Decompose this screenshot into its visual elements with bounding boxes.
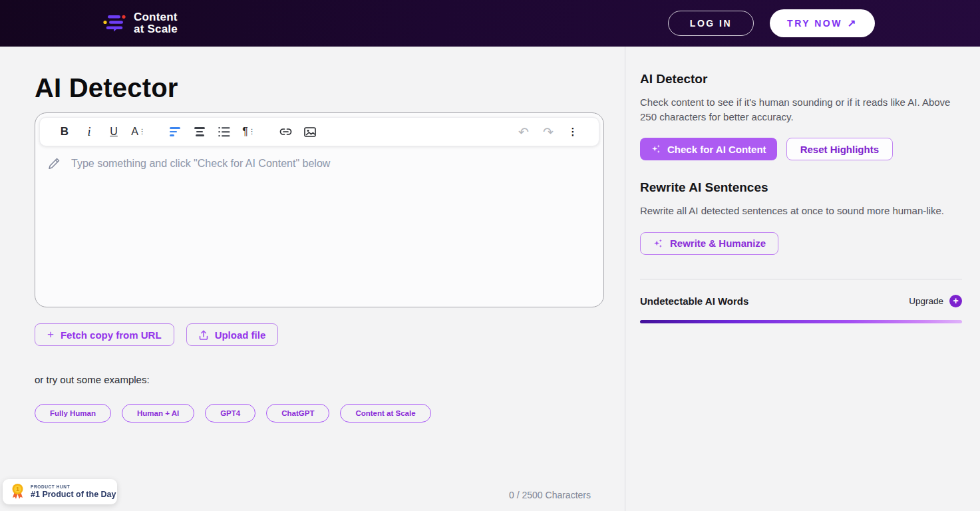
editor-actions-row: + Fetch copy from URL Upload file	[35, 323, 625, 346]
font-letter: A	[131, 126, 138, 138]
content-at-scale-logo[interactable]: Content at Scale	[103, 11, 178, 36]
ordered-list-button[interactable]	[214, 122, 234, 142]
rewrite-humanize-button[interactable]: Rewrite & Humanize	[640, 232, 778, 255]
paragraph-icon: ¶	[242, 126, 248, 138]
product-hunt-title: #1 Product of the Day	[31, 490, 116, 499]
rewrite-button-label: Rewrite & Humanize	[670, 238, 766, 249]
sidebar-detector-title: AI Detector	[640, 72, 962, 86]
examples-label: or try out some examples:	[35, 374, 625, 385]
ordered-list-icon	[218, 126, 230, 137]
paragraph-style-dropdown-button[interactable]: ¶⋮	[239, 122, 259, 142]
pencil-icon	[47, 157, 61, 172]
redo-button[interactable]: ↷	[538, 122, 558, 142]
editor-placeholder: Type something and click "Check for AI C…	[71, 157, 330, 170]
font-style-dropdown-button[interactable]: A⋮	[128, 122, 148, 142]
example-chip-chatgpt[interactable]: ChatGPT	[266, 404, 329, 423]
check-button-label: Check for AI Content	[667, 144, 766, 155]
fetch-copy-from-url-button[interactable]: + Fetch copy from URL	[35, 323, 174, 346]
medal-icon: 1	[11, 483, 25, 500]
insert-link-button[interactable]	[275, 122, 295, 142]
undo-button[interactable]: ↶	[514, 122, 534, 142]
svg-text:1: 1	[16, 486, 19, 492]
example-chip-human-ai[interactable]: Human + AI	[122, 404, 194, 423]
undetectable-progress-bar	[640, 320, 962, 323]
detector-buttons-row: Check for AI Content Reset Highlights	[640, 138, 962, 160]
try-now-label: TRY NOW	[787, 18, 842, 29]
link-icon	[279, 128, 292, 136]
align-left-button[interactable]	[165, 122, 185, 142]
more-options-button[interactable]: ⋮	[563, 122, 583, 142]
bold-button[interactable]: B	[55, 122, 75, 142]
rewrite-section-description: Rewrite all AI detected sentences at onc…	[640, 204, 962, 218]
example-chip-fully-human[interactable]: Fully Human	[35, 404, 111, 423]
align-center-button[interactable]	[190, 122, 210, 142]
underline-button[interactable]: U	[104, 122, 124, 142]
italic-button[interactable]: i	[79, 122, 99, 142]
example-chip-content-at-scale[interactable]: Content at Scale	[340, 404, 430, 423]
log-in-button[interactable]: LOG IN	[668, 11, 754, 36]
sidebar-detector-description: Check content to see if it's human sound…	[640, 95, 962, 124]
upload-icon	[199, 330, 208, 340]
undetectable-ai-words-title: Undetectable AI Words	[640, 295, 748, 307]
rewrite-section-title: Rewrite AI Sentences	[640, 180, 962, 195]
logo-wordmark: Content at Scale	[134, 11, 178, 36]
upgrade-label: Upgrade	[909, 296, 943, 306]
detector-sidebar: AI Detector Check content to see if it's…	[625, 47, 980, 511]
reset-highlights-button[interactable]: Reset Highlights	[786, 138, 893, 160]
text-editor[interactable]: B i U A⋮	[35, 112, 604, 307]
page-title: AI Detector	[35, 73, 625, 103]
image-icon	[304, 127, 316, 137]
fetch-copy-label: Fetch copy from URL	[61, 329, 162, 341]
plus-circle-icon: +	[949, 295, 962, 307]
editor-column: AI Detector B i U A⋮	[0, 47, 625, 511]
example-chip-gpt4[interactable]: GPT4	[205, 404, 255, 423]
product-hunt-text: PRODUCT HUNT #1 Product of the Day	[31, 484, 116, 499]
sparkle-icon	[653, 238, 663, 249]
product-hunt-source: PRODUCT HUNT	[31, 484, 116, 489]
header-actions: LOG IN TRY NOW ↗	[668, 9, 875, 37]
dropdown-dots-icon: ⋮	[139, 128, 146, 135]
try-now-button[interactable]: TRY NOW ↗	[770, 9, 875, 37]
arrow-up-right-icon: ↗	[848, 17, 858, 29]
example-chips: Fully Human Human + AI GPT4 ChatGPT Cont…	[35, 404, 625, 423]
align-left-icon	[170, 127, 180, 136]
align-center-icon	[194, 127, 205, 136]
rewrite-section: Rewrite AI Sentences Rewrite all AI dete…	[640, 180, 962, 254]
check-for-ai-content-button[interactable]: Check for AI Content	[640, 138, 777, 160]
dropdown-dots-icon: ⋮	[249, 128, 255, 135]
page-content: AI Detector B i U A⋮	[0, 47, 980, 511]
upload-file-button[interactable]: Upload file	[186, 323, 279, 346]
plus-icon: +	[47, 328, 54, 341]
undetectable-ai-words-row: Undetectable AI Words Upgrade +	[640, 295, 962, 307]
sparkle-icon	[651, 144, 661, 154]
upload-file-label: Upload file	[215, 329, 266, 341]
logo-mark-icon	[103, 13, 127, 33]
sidebar-divider	[640, 279, 962, 279]
product-hunt-badge[interactable]: 1 PRODUCT HUNT #1 Product of the Day	[3, 479, 117, 504]
upgrade-button[interactable]: Upgrade +	[909, 295, 962, 307]
editor-toolbar: B i U A⋮	[39, 117, 599, 146]
insert-image-button[interactable]	[300, 122, 320, 142]
character-count: 0 / 2500 Characters	[509, 490, 591, 500]
top-navigation-bar: Content at Scale LOG IN TRY NOW ↗	[0, 0, 980, 47]
editor-input-area[interactable]: Type something and click "Check for AI C…	[39, 146, 599, 182]
